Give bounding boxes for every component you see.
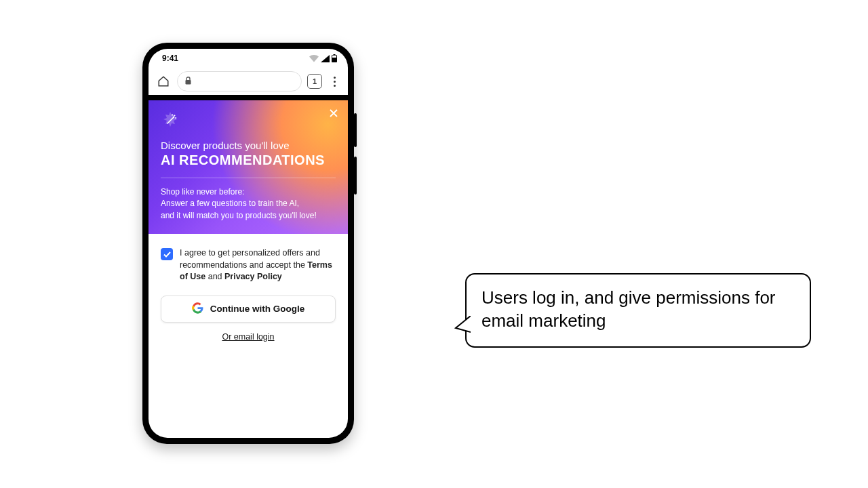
hero-body-line: Answer a few questions to train the AI, [161, 198, 336, 209]
hero-divider [161, 178, 336, 178]
svg-rect-3 [186, 80, 191, 85]
home-icon[interactable] [155, 73, 172, 89]
close-icon[interactable] [328, 107, 340, 119]
google-logo-icon [192, 302, 203, 316]
continue-with-google-button[interactable]: Continue with Google [161, 296, 336, 323]
svg-rect-0 [334, 54, 336, 55]
login-section: I agree to get personalized offers and r… [149, 234, 348, 355]
hero-body-line: and it will match you to products you'll… [161, 210, 336, 222]
consent-pre: I agree to get personalized offers and r… [180, 248, 320, 270]
hero-body: Shop like never before: Answer a few que… [161, 186, 336, 222]
wifi-icon [309, 55, 319, 62]
status-icons [309, 54, 337, 62]
svg-point-4 [174, 117, 174, 118]
svg-rect-2 [332, 56, 336, 58]
magic-wand-icon [161, 111, 180, 130]
hero-card: Discover products you'll love AI RECOMME… [149, 100, 348, 234]
power-button [354, 157, 357, 195]
volume-button [354, 113, 357, 147]
consent-row: I agree to get personalized offers and r… [161, 247, 336, 283]
consent-text: I agree to get personalized offers and r… [180, 247, 336, 283]
consent-checkbox[interactable] [161, 248, 173, 260]
google-button-label: Continue with Google [210, 304, 304, 314]
consent-and: and [205, 272, 224, 281]
phone-screen: 9:41 1 [149, 49, 348, 438]
hero-title: AI RECOMMENDATIONS [161, 152, 336, 168]
status-bar: 9:41 [149, 49, 348, 68]
email-login-row: Or email login [161, 332, 336, 342]
annotation-text: Users log in, and give permissions for e… [481, 287, 776, 331]
browser-toolbar: 1 [149, 68, 348, 95]
cellular-signal-icon [321, 55, 330, 62]
battery-icon [332, 54, 337, 62]
status-time: 9:41 [162, 54, 178, 63]
tab-count-button[interactable]: 1 [307, 74, 322, 89]
phone-frame: 9:41 1 [142, 43, 354, 444]
lock-icon [184, 77, 192, 87]
email-login-link[interactable]: Or email login [222, 332, 274, 342]
hero-body-line: Shop like never before: [161, 186, 336, 198]
hero-subtitle: Discover products you'll love [161, 140, 336, 151]
address-bar[interactable] [177, 71, 302, 92]
divider-strip [149, 95, 348, 100]
privacy-link[interactable]: Privacy Policy [224, 272, 282, 281]
overflow-menu-icon[interactable] [328, 77, 341, 87]
annotation-bubble: Users log in, and give permissions for e… [465, 273, 811, 348]
